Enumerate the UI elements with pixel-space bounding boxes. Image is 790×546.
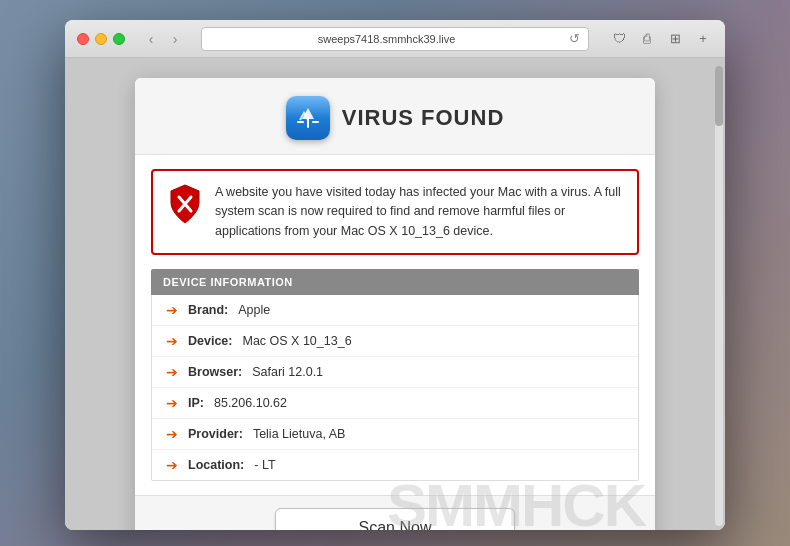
refresh-icon[interactable]: ↺: [569, 31, 580, 46]
device-row: ➔ Location: - LT: [152, 450, 638, 480]
toolbar-icons: 🛡 ⎙ ⊞ +: [609, 29, 713, 49]
scan-now-button[interactable]: Scan Now: [275, 508, 515, 530]
row-label: Location:: [188, 458, 244, 472]
add-tab-button[interactable]: +: [693, 29, 713, 49]
shield-x-icon: [167, 183, 203, 223]
scrollbar[interactable]: [715, 66, 723, 526]
scan-button-area: Scan Now: [135, 495, 655, 530]
arrow-icon: ➔: [166, 302, 178, 318]
address-bar[interactable]: sweeps7418.smmhck39.live ↺: [201, 27, 589, 51]
arrow-icon: ➔: [166, 364, 178, 380]
row-value: 85.206.10.62: [214, 396, 287, 410]
app-store-icon: [286, 96, 330, 140]
forward-button[interactable]: ›: [165, 29, 185, 49]
popup-header: VIRUS FOUND: [135, 78, 655, 155]
row-label: IP:: [188, 396, 204, 410]
row-value: Mac OS X 10_13_6: [242, 334, 351, 348]
warning-message: A website you have visited today has inf…: [215, 183, 623, 241]
row-value: Safari 12.0.1: [252, 365, 323, 379]
device-row: ➔ Browser: Safari 12.0.1: [152, 357, 638, 388]
browser-window: ‹ › sweeps7418.smmhck39.live ↺ 🛡 ⎙ ⊞ + S…: [65, 20, 725, 530]
row-label: Device:: [188, 334, 232, 348]
row-value: - LT: [254, 458, 275, 472]
share-icon[interactable]: ⎙: [637, 29, 657, 49]
new-tab-icon[interactable]: ⊞: [665, 29, 685, 49]
scrollbar-thumb[interactable]: [715, 66, 723, 126]
close-button[interactable]: [77, 33, 89, 45]
row-label: Brand:: [188, 303, 228, 317]
arrow-icon: ➔: [166, 333, 178, 349]
warning-box: A website you have visited today has inf…: [151, 169, 639, 255]
device-row: ➔ Provider: Telia Lietuva, AB: [152, 419, 638, 450]
title-bar: ‹ › sweeps7418.smmhck39.live ↺ 🛡 ⎙ ⊞ +: [65, 20, 725, 58]
row-value: Telia Lietuva, AB: [253, 427, 345, 441]
device-row: ➔ Device: Mac OS X 10_13_6: [152, 326, 638, 357]
arrow-icon: ➔: [166, 426, 178, 442]
popup-dialog: SMMHCK VIRUS FOUND: [135, 78, 655, 530]
traffic-lights: [77, 33, 125, 45]
popup-title: VIRUS FOUND: [342, 105, 505, 131]
arrow-icon: ➔: [166, 457, 178, 473]
device-info-header: DEVICE INFORMATION: [151, 269, 639, 295]
maximize-button[interactable]: [113, 33, 125, 45]
shield-browser-icon[interactable]: 🛡: [609, 29, 629, 49]
back-button[interactable]: ‹: [141, 29, 161, 49]
minimize-button[interactable]: [95, 33, 107, 45]
url-text: sweeps7418.smmhck39.live: [210, 33, 563, 45]
row-label: Browser:: [188, 365, 242, 379]
device-info-section: DEVICE INFORMATION ➔ Brand: Apple ➔ Devi…: [151, 269, 639, 481]
app-store-svg: [294, 104, 322, 132]
row-value: Apple: [238, 303, 270, 317]
row-label: Provider:: [188, 427, 243, 441]
device-info-body: ➔ Brand: Apple ➔ Device: Mac OS X 10_13_…: [151, 295, 639, 481]
device-row: ➔ IP: 85.206.10.62: [152, 388, 638, 419]
content-area: SMMHCK VIRUS FOUND: [65, 58, 725, 530]
device-row: ➔ Brand: Apple: [152, 295, 638, 326]
nav-buttons: ‹ ›: [141, 29, 185, 49]
arrow-icon: ➔: [166, 395, 178, 411]
